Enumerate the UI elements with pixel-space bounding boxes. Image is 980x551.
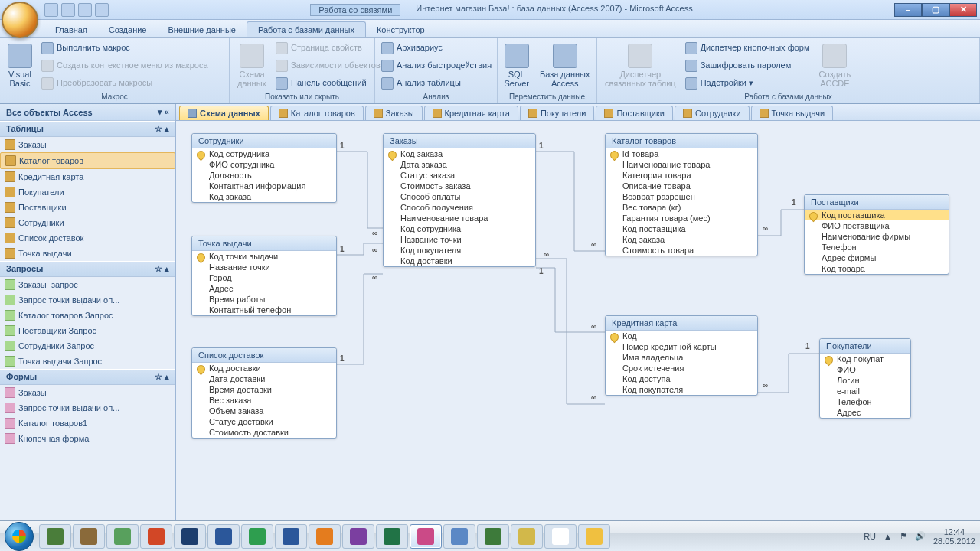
nav-item[interactable]: Список доставок: [0, 230, 175, 246]
minimize-button[interactable]: –: [894, 3, 922, 17]
table-field[interactable]: Способ получения: [384, 202, 535, 213]
nav-item[interactable]: Поставщики Запрос: [0, 323, 175, 338]
table-pickup[interactable]: Точка выдачиКод точки выдачиНазвание точ…: [191, 236, 337, 316]
nav-item[interactable]: Каталог товаров1: [0, 416, 175, 431]
table-field[interactable]: Статус заказа: [384, 170, 535, 181]
table-field[interactable]: Номер кредитной карты: [606, 341, 757, 352]
ribbon-tab[interactable]: Внешние данные: [158, 22, 247, 37]
document-tab[interactable]: Сотрудники: [675, 106, 750, 120]
taskbar-item[interactable]: [106, 524, 139, 549]
document-tab[interactable]: Схема данных: [179, 106, 269, 120]
table-field[interactable]: Адрес: [192, 283, 336, 294]
table-card[interactable]: Кредитная картаКодНомер кредитной картыИ…: [605, 315, 758, 396]
table-field[interactable]: Категория товара: [606, 170, 757, 181]
table-header[interactable]: Сотрудники: [192, 134, 336, 148]
nav-item[interactable]: Запрос точки выдачи оп...: [0, 400, 175, 416]
nav-item[interactable]: Сотрудники Запрос: [0, 338, 175, 354]
sql-server-button[interactable]: SQL Server: [501, 40, 532, 92]
taskbar-item[interactable]: [443, 524, 475, 549]
maximize-button[interactable]: ▢: [922, 3, 949, 17]
nav-pane-header[interactable]: Все объекты Access▾ «: [0, 104, 175, 121]
table-field[interactable]: Гарантия товара (мес): [606, 213, 757, 223]
office-button[interactable]: [2, 2, 38, 38]
nav-group-header[interactable]: Формы☆ ▴: [0, 369, 175, 385]
table-field[interactable]: Код поставщика: [606, 223, 757, 234]
table-header[interactable]: Кредитная карта: [606, 316, 757, 331]
taskbar-item[interactable]: [275, 524, 307, 549]
table-field[interactable]: Логин: [820, 375, 910, 386]
visual-basic-button[interactable]: Visual Basic: [5, 40, 35, 92]
table-header[interactable]: Заказы: [384, 134, 535, 148]
table-field[interactable]: ФИО: [820, 364, 910, 375]
table-field[interactable]: Адрес: [820, 407, 910, 418]
addins-button[interactable]: Надстройки ▾: [684, 77, 812, 90]
close-button[interactable]: ✕: [949, 3, 977, 17]
table-field[interactable]: Вес заказа: [192, 395, 336, 406]
table-field[interactable]: Вес товара (кг): [606, 202, 757, 213]
table-field[interactable]: Время доставки: [192, 384, 336, 395]
table-field[interactable]: Телефон: [820, 396, 910, 407]
table-field[interactable]: Имя владельца: [606, 352, 757, 363]
table-field[interactable]: Дата заказа: [384, 159, 535, 170]
table-field[interactable]: Код покупателя: [606, 384, 757, 395]
table-catalog[interactable]: Каталог товаровid-товараНаименование тов…: [605, 133, 758, 256]
clock[interactable]: 12:4428.05.2012: [933, 527, 975, 546]
table-field[interactable]: id-товара: [606, 148, 757, 159]
table-field[interactable]: Статус доставки: [192, 416, 336, 427]
nav-item[interactable]: Каталог товаров: [0, 152, 175, 169]
table-field[interactable]: Стоимость заказа: [384, 181, 535, 191]
table-field[interactable]: Должность: [192, 170, 336, 181]
nav-item[interactable]: Кнопочная форма: [0, 431, 175, 446]
table-field[interactable]: Наименование товара: [606, 159, 757, 170]
document-tab[interactable]: Поставщики: [596, 106, 673, 120]
ribbon-tab[interactable]: Конструктор: [366, 22, 436, 37]
table-field[interactable]: Код доставки: [192, 363, 336, 373]
document-tab[interactable]: Кредитная карта: [424, 106, 518, 120]
table-field[interactable]: Код товара: [805, 263, 949, 274]
ribbon-tab[interactable]: Работа с базами данных: [247, 21, 366, 37]
table-delivery[interactable]: Список доставокКод доставкиДата доставки…: [191, 347, 337, 439]
table-field[interactable]: Наименование товара: [384, 213, 535, 223]
taskbar-item[interactable]: [342, 524, 374, 549]
table-field[interactable]: Код заказа: [192, 191, 336, 202]
table-field[interactable]: Время работы: [192, 294, 336, 305]
taskbar-item[interactable]: [477, 524, 509, 549]
nav-item[interactable]: Заказы: [0, 385, 175, 400]
nav-item[interactable]: Покупатели: [0, 184, 175, 200]
taskbar-item[interactable]: [410, 524, 442, 549]
table-suppliers[interactable]: ПоставщикиКод поставщикаФИО поставщикаНа…: [804, 194, 949, 275]
table-field[interactable]: Код заказа: [606, 234, 757, 245]
table-field[interactable]: Способ оплаты: [384, 191, 535, 202]
table-field[interactable]: Код заказа: [384, 148, 535, 159]
table-header[interactable]: Точка выдачи: [192, 236, 336, 251]
table-field[interactable]: ФИО поставщика: [805, 220, 949, 231]
table-field[interactable]: Город: [192, 272, 336, 283]
taskbar-item[interactable]: [309, 524, 341, 549]
switchboard-manager-button[interactable]: Диспетчер кнопочных форм: [684, 41, 812, 55]
relationships-canvas[interactable]: 1∞1∞1∞1∞∞∞∞1∞11∞ СотрудникиКод сотрудник…: [176, 121, 980, 530]
table-field[interactable]: Код покупателя: [384, 245, 535, 256]
nav-item[interactable]: Точка выдачи: [0, 246, 175, 261]
nav-item[interactable]: Точка выдачи Запрос: [0, 354, 175, 369]
table-header[interactable]: Каталог товаров: [606, 134, 757, 148]
taskbar-item[interactable]: [174, 524, 206, 549]
table-field[interactable]: Код сотрудника: [384, 223, 535, 234]
table-field[interactable]: Название точки: [192, 262, 336, 272]
table-field[interactable]: Адрес фирмы: [805, 253, 949, 263]
table-field[interactable]: Код поставщика: [805, 210, 949, 220]
archiver-button[interactable]: Архивариус: [380, 41, 492, 55]
nav-item[interactable]: Поставщики: [0, 200, 175, 215]
taskbar-item[interactable]: [241, 524, 273, 549]
nav-item[interactable]: Заказы_запрос: [0, 277, 175, 292]
nav-item[interactable]: Заказы: [0, 137, 175, 152]
taskbar-item[interactable]: [140, 524, 172, 549]
table-field[interactable]: Код точки выдачи: [192, 251, 336, 262]
table-field[interactable]: Стоимость доставки: [192, 427, 336, 438]
table-field[interactable]: Объем заказа: [192, 406, 336, 416]
table-field[interactable]: Телефон: [805, 242, 949, 253]
nav-item[interactable]: Кредитная карта: [0, 169, 175, 184]
document-tab[interactable]: Точка выдачи: [751, 106, 834, 120]
table-field[interactable]: Контактный телефон: [192, 305, 336, 315]
performance-analyzer-button[interactable]: Анализ быстродействия: [380, 59, 492, 73]
nav-item[interactable]: Каталог товаров Запрос: [0, 308, 175, 323]
